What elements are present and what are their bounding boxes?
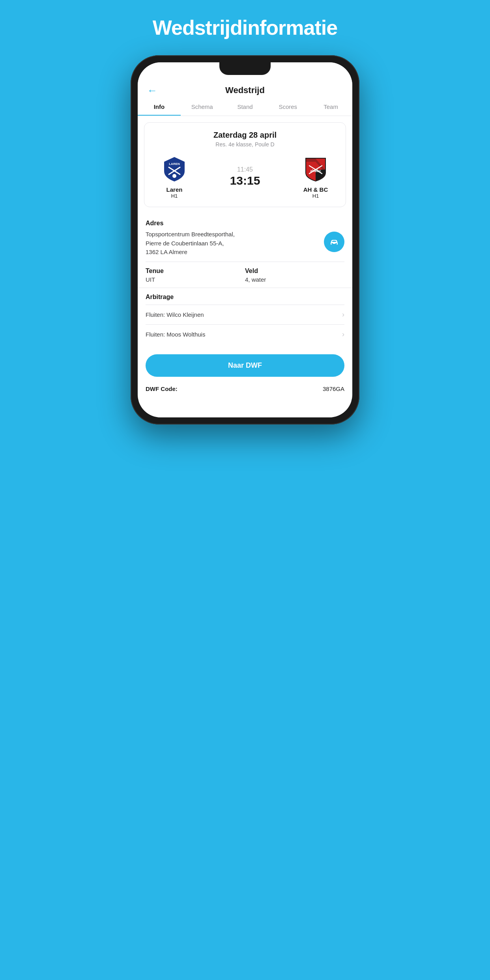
- address-line1: Topsportcentrum Breedtesporthal,: [146, 231, 235, 238]
- phone-inner: ← Wedstrijd Info Schema Stand Scores Tea…: [138, 62, 352, 417]
- veld-value: 4, water: [245, 276, 344, 283]
- address-text: Topsportcentrum Breedtesporthal, Pierre …: [146, 230, 319, 257]
- match-league: Res. 4e klasse, Poule D: [151, 141, 339, 148]
- match-card: Zaterdag 28 april Res. 4e klasse, Poule …: [144, 122, 346, 207]
- tenue-value: UIT: [146, 276, 245, 283]
- svg-point-7: [331, 243, 333, 245]
- match-time-prev: 11:45: [237, 166, 253, 173]
- tab-team[interactable]: Team: [309, 99, 352, 116]
- header-title: Wedstrijd: [225, 85, 265, 95]
- referee-2-text: Fluiten: Moos Wolthuis: [146, 331, 205, 338]
- tab-schema[interactable]: Schema: [181, 99, 224, 116]
- veld-col: Veld 4, water: [245, 267, 344, 283]
- score-center: 11:45 13:15: [198, 166, 292, 187]
- svg-text:LAREN: LAREN: [169, 162, 180, 166]
- referee-2-chevron: ›: [342, 330, 344, 339]
- home-team-name: Laren: [166, 186, 183, 193]
- tenue-veld-row: Tenue UIT Veld 4, water: [138, 262, 352, 288]
- veld-label: Veld: [245, 267, 344, 275]
- address-section: Adres Topsportcentrum Breedtesporthal, P…: [138, 213, 352, 262]
- match-date: Zaterdag 28 april: [151, 131, 339, 140]
- tenue-label: Tenue: [146, 267, 245, 275]
- ahbc-logo: ah&bc: [301, 155, 330, 183]
- arbitrage-title: Arbitrage: [146, 294, 344, 301]
- svg-point-8: [335, 243, 337, 245]
- page-background-title: Wedstrijdinformatie: [153, 16, 337, 39]
- tab-info[interactable]: Info: [138, 99, 181, 116]
- svg-text:ah&bc: ah&bc: [310, 169, 321, 173]
- tab-scores[interactable]: Scores: [266, 99, 309, 116]
- referee-2-row[interactable]: Fluiten: Moos Wolthuis ›: [146, 324, 344, 344]
- home-team-sub: H1: [171, 193, 178, 199]
- dwf-code-label: DWF Code:: [146, 385, 178, 392]
- match-teams: LAREN Laren H1 11:45 13:15: [151, 155, 339, 199]
- address-label: Adres: [146, 220, 344, 227]
- tab-stand[interactable]: Stand: [224, 99, 267, 116]
- address-row: Topsportcentrum Breedtesporthal, Pierre …: [146, 230, 344, 262]
- referee-1-text: Fluiten: Wilco Kleijnen: [146, 311, 204, 318]
- address-line3: 1362 LA Almere: [146, 249, 187, 255]
- naar-dwf-button[interactable]: Naar DWF: [146, 354, 344, 377]
- home-team: LAREN Laren H1: [151, 155, 198, 199]
- app-content: ← Wedstrijd Info Schema Stand Scores Tea…: [138, 62, 352, 417]
- away-team-name: AH & BC: [303, 186, 328, 193]
- tenue-col: Tenue UIT: [146, 267, 245, 283]
- phone-notch: [219, 62, 271, 75]
- away-team: ah&bc AH & BC H1: [292, 155, 339, 199]
- back-button[interactable]: ←: [147, 84, 157, 97]
- tabs-bar: Info Schema Stand Scores Team: [138, 99, 352, 116]
- address-line2: Pierre de Coubertinlaan 55-A,: [146, 240, 224, 247]
- dwf-code-row: DWF Code: 3876GA: [138, 381, 352, 400]
- header-bar: ← Wedstrijd: [138, 79, 352, 99]
- referee-1-row[interactable]: Fluiten: Wilco Kleijnen ›: [146, 305, 344, 324]
- dwf-btn-wrap: Naar DWF: [138, 347, 352, 381]
- referee-1-chevron: ›: [342, 310, 344, 319]
- arbitrage-section: Arbitrage Fluiten: Wilco Kleijnen › Flui…: [138, 288, 352, 347]
- svg-point-3: [172, 174, 176, 178]
- phone-shell: ← Wedstrijd Info Schema Stand Scores Tea…: [131, 55, 359, 425]
- dwf-code-value: 3876GA: [323, 385, 344, 392]
- car-icon: [329, 237, 339, 247]
- away-team-sub: H1: [312, 193, 319, 199]
- navigation-button[interactable]: [324, 232, 344, 252]
- match-time-main: 13:15: [230, 174, 260, 187]
- laren-logo: LAREN: [160, 155, 189, 183]
